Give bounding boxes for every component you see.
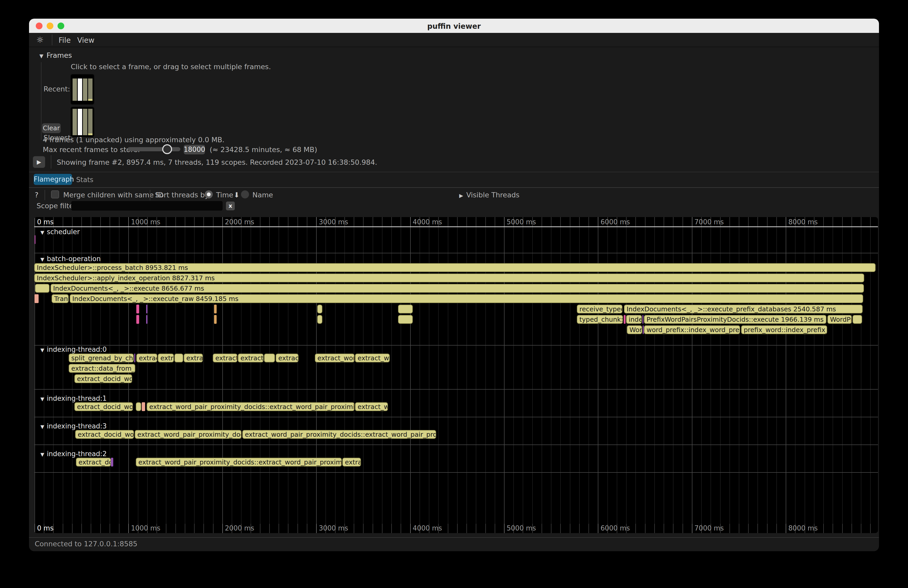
max-frames-slider[interactable]	[127, 147, 180, 151]
scope-bar[interactable]	[136, 305, 139, 313]
scope-bar[interactable]	[111, 458, 113, 466]
frame-bar[interactable]	[78, 109, 82, 135]
visible-threads-header[interactable]: ▶Visible Threads	[459, 191, 520, 199]
scope-bar[interactable]: index	[626, 315, 642, 324]
scope-bar[interactable]	[317, 315, 322, 324]
scope-bar[interactable]: extract_doc	[76, 458, 111, 466]
tab-stats[interactable]: Stats	[76, 176, 93, 184]
scope-bar[interactable]: IndexDocuments<_, _>::execute_raw 8459.1…	[70, 294, 863, 303]
scope-bar[interactable]	[34, 294, 39, 303]
scope-bar[interactable]: extract_w	[238, 353, 264, 362]
frame-bar[interactable]	[88, 79, 92, 101]
scope-bar[interactable]	[264, 353, 275, 362]
scope-bar[interactable]	[136, 315, 139, 324]
section-header-indexing-thread:1[interactable]: ▼indexing-thread:1	[40, 395, 107, 403]
scope-bar[interactable]: WordPr	[828, 315, 852, 324]
scope-bar[interactable]: extract_word_pair_proximity_docids::extr…	[136, 458, 342, 466]
frame-bar[interactable]	[72, 109, 77, 135]
slowest-frames-thumbnail[interactable]	[71, 107, 94, 137]
scope-bar[interactable]: split_grenad_by_chun	[69, 353, 134, 362]
scope-bar[interactable]: extrac	[184, 353, 203, 362]
scope-bar[interactable]: prefix_word::index_prefix_wo	[741, 325, 827, 334]
scope-bar[interactable]: extrac	[342, 458, 361, 466]
clear-button[interactable]: Clear	[42, 123, 61, 133]
section-header-scheduler[interactable]: ▼scheduler	[40, 228, 80, 236]
scope-bar[interactable]	[624, 315, 626, 324]
scope-bar[interactable]: extract_word_pair_proximity_docids	[135, 430, 241, 439]
scope-bar[interactable]	[146, 315, 147, 324]
scope-bar[interactable]	[146, 305, 147, 313]
scope-bar[interactable]: typed_chunk::w	[577, 315, 623, 324]
scope-bar[interactable]: IndexDocuments<_, _>::execute 8656.677 m…	[50, 284, 864, 293]
scope-bar[interactable]	[214, 315, 217, 324]
section-separator	[34, 417, 878, 417]
scope-bar[interactable]	[853, 315, 862, 324]
ruler-tick	[175, 217, 176, 227]
scope-bar[interactable]: extract	[136, 353, 157, 362]
scope-bar[interactable]	[317, 305, 322, 313]
scope-bar[interactable]: IndexScheduler>::apply_index_operation 8…	[34, 273, 864, 282]
scope-bar[interactable]	[642, 325, 644, 334]
scope-bar[interactable]: Trans	[52, 294, 69, 303]
scope-bar[interactable]: word_prefix::index_word_prefix_	[644, 325, 740, 334]
clear-filter-button[interactable]: x	[226, 201, 235, 210]
frames-section-header[interactable]: ▼Frames	[39, 51, 72, 59]
section-header-batch-operation[interactable]: ▼batch-operation	[40, 255, 101, 263]
scope-filter-input[interactable]	[71, 201, 222, 210]
max-frames-value[interactable]: 18000	[184, 145, 205, 154]
section-header-indexing-thread:0[interactable]: ▼indexing-thread:0	[40, 345, 107, 354]
flamegraph-canvas[interactable]: 0 ms0 ms1000 ms1000 ms2000 ms2000 ms3000…	[34, 217, 878, 533]
scope-bar[interactable]: extract_docid_word	[74, 402, 133, 411]
scope-bar[interactable]	[134, 353, 135, 362]
scope-bar[interactable]: IndexScheduler>::process_batch 8953.821 …	[34, 263, 876, 272]
scope-bar[interactable]	[34, 235, 35, 244]
frame-bar[interactable]	[83, 79, 87, 101]
scope-bar[interactable]: extract_word_pair_proximity_docids::extr…	[242, 430, 436, 439]
sort-direction-arrow-icon[interactable]: ⬇	[234, 191, 240, 199]
section-header-indexing-thread:2[interactable]: ▼indexing-thread:2	[40, 450, 107, 458]
scope-bar[interactable]	[214, 305, 217, 313]
scope-bar[interactable]: extra	[158, 353, 174, 362]
scope-bar[interactable]: extract_docid_word	[75, 430, 134, 439]
scope-bar[interactable]: extract_wo	[355, 353, 390, 362]
scope-bar[interactable]	[398, 315, 413, 324]
tab-flamegraph[interactable]: Flamegraph	[34, 174, 72, 185]
ruler-tick	[72, 217, 72, 227]
menu-view[interactable]: View	[77, 36, 94, 45]
scope-bar[interactable]: PrefixWordPairsProximityDocids::execute …	[644, 315, 826, 324]
theme-toggle-icon[interactable]: ☼	[36, 35, 44, 45]
scope-bar[interactable]: receive_typed_	[577, 305, 622, 313]
recent-frames-thumbnail[interactable]	[71, 74, 94, 104]
section-header-indexing-thread:3[interactable]: ▼indexing-thread:3	[40, 422, 107, 431]
scope-bar[interactable]	[136, 402, 141, 411]
frame-bar[interactable]	[78, 79, 82, 101]
scope-bar[interactable]: IndexDocuments<_, _>::execute_prefix_dat…	[624, 305, 863, 313]
scope-bar[interactable]	[174, 353, 183, 362]
scope-bar[interactable]	[642, 315, 644, 324]
section-separator	[34, 253, 878, 253]
scope-bar[interactable]	[35, 284, 50, 293]
scope-bar[interactable]	[398, 305, 413, 313]
scope-bar[interactable]: Word	[627, 325, 642, 334]
thread-name: indexing-thread:0	[47, 345, 107, 353]
help-button[interactable]: ?	[35, 191, 39, 199]
sort-time-radio[interactable]	[205, 190, 213, 198]
slider-handle[interactable]	[162, 144, 172, 154]
scope-bar[interactable]: extract_docid_word	[74, 374, 132, 383]
frame-bar[interactable]	[72, 79, 77, 101]
play-button[interactable]: ▶	[33, 156, 45, 168]
section-separator	[34, 345, 878, 345]
frame-bar[interactable]	[83, 109, 87, 135]
frame-bar[interactable]	[88, 109, 92, 135]
scope-bar[interactable]: extract_wo	[355, 402, 388, 411]
scope-bar[interactable]: extract_	[213, 353, 237, 362]
scope-bar[interactable]: extract::data_from_ob	[69, 364, 135, 373]
merge-children-checkbox[interactable]	[51, 190, 59, 198]
scope-bar[interactable]	[142, 402, 145, 411]
scope-bar[interactable]: extract_word_pair_proximity_docids::extr…	[147, 402, 354, 411]
ruler-tick	[175, 524, 176, 533]
scope-bar[interactable]: extract_word	[315, 353, 354, 362]
menu-file[interactable]: File	[59, 36, 71, 45]
sort-name-radio[interactable]	[241, 190, 249, 198]
scope-bar[interactable]: extract	[276, 353, 298, 362]
